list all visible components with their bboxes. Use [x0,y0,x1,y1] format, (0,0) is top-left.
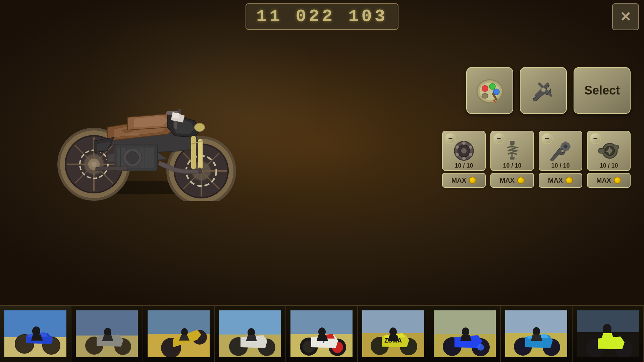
bike-display-area [27,34,262,221]
score-value: 11 022 103 [256,7,388,26]
svg-point-53 [462,157,466,160]
close-button[interactable]: ✕ [612,3,639,30]
bike-thumbnail-strip: 7 ZUMA [0,305,644,362]
max-label-turbo: MAX [596,177,611,184]
svg-rect-56 [510,141,515,145]
bike-thumb-8[interactable] [501,306,572,362]
select-label: Select [584,83,620,98]
bike-thumb-3[interactable] [143,306,215,362]
bike-thumb-2[interactable] [71,306,143,362]
upgrade-slot-engine: − 10 / 10 MAX [539,131,582,188]
upgrade-slot-brakes: − 10 / 10 MAX [442,131,486,188]
upgrade-max-brakes[interactable]: MAX [442,173,486,188]
tools-icon [529,77,558,104]
thumb-bike-4 [219,310,281,357]
upgrade-max-engine[interactable]: MAX [539,173,582,188]
svg-rect-23 [198,139,203,169]
max-label-brakes: MAX [451,177,466,184]
upgrade-icon-engine: − 10 / 10 [539,131,582,171]
select-button[interactable]: Select [574,67,631,114]
coin-icon-turbo [614,177,621,184]
brakes-level: 10 / 10 [454,162,473,169]
max-label-suspension: MAX [500,177,515,184]
upgrade-minus-turbo[interactable]: − [590,133,601,144]
svg-point-88 [181,328,188,336]
suspension-level: 10 / 10 [503,162,521,169]
coin-icon-engine [566,177,573,184]
upgrade-minus-suspension[interactable]: − [493,133,504,144]
upgrade-icon-brakes: − 10 / 10 [442,131,486,171]
score-display: 11 022 103 [246,3,398,30]
svg-point-46 [541,88,545,92]
upgrade-max-turbo[interactable]: MAX [587,173,631,188]
svg-point-33 [126,152,139,164]
upgrade-slot-turbo: − 10 / 10 MAX [587,131,631,188]
svg-point-116 [477,344,484,351]
upgrade-icon-turbo: − 10 / 10 [587,131,631,171]
upgrade-panel: − 10 / 10 MAX − [442,131,631,188]
coin-icon-suspension [517,177,525,184]
svg-rect-59 [510,157,515,160]
close-icon: ✕ [620,9,631,24]
bike-thumb-6[interactable]: ZUMA [358,306,429,362]
bike-svg [40,47,248,201]
svg-rect-64 [560,145,563,147]
svg-rect-58 [511,154,513,157]
upgrade-minus-engine[interactable]: − [541,133,553,144]
svg-point-51 [469,145,472,149]
turbo-icon [597,139,621,161]
bike-svg-container [40,47,248,208]
upgrade-icon-suspension: − 10 / 10 [490,131,534,171]
thumb-bike-5: 7 [290,310,353,357]
thumb-bike-7 [434,310,496,357]
svg-point-55 [455,145,459,149]
svg-point-127 [603,324,611,334]
engine-icon [549,139,572,161]
turbo-level: 10 / 10 [599,162,618,169]
thumb-bike-6: ZUMA [362,310,424,357]
action-buttons-panel: Select [466,67,631,114]
thumb-bike-2 [76,310,138,357]
svg-rect-65 [568,145,571,147]
svg-point-38 [482,85,488,92]
brake-disc-icon [452,139,476,161]
svg-point-61 [564,144,568,148]
svg-point-76 [32,326,40,336]
thumb-bike-9 [577,310,639,357]
upgrade-slot-suspension: − 10 / 10 MAX [490,131,534,188]
bike-thumb-5[interactable]: 7 [286,306,358,362]
svg-point-49 [461,148,467,154]
paint-button[interactable] [466,67,513,114]
max-label-engine: MAX [548,177,563,184]
svg-rect-70 [613,144,619,150]
suspension-icon [500,139,524,161]
svg-rect-62 [565,141,567,144]
thumb-bike-3 [148,310,210,357]
tools-button[interactable] [520,67,567,114]
coin-icon-brakes [469,177,476,184]
bike-thumb-1[interactable] [0,306,71,362]
upgrade-max-suspension[interactable]: MAX [490,173,534,188]
svg-rect-22 [191,136,196,169]
bike-thumb-7[interactable] [429,306,501,362]
svg-point-35 [195,123,205,131]
svg-point-52 [469,153,472,156]
svg-point-34 [198,168,202,174]
svg-point-41 [482,94,488,98]
engine-level: 10 / 10 [551,162,570,169]
svg-point-9 [91,162,97,167]
palette-icon [476,77,504,104]
bike-thumb-9[interactable] [573,306,644,362]
bike-thumb-4[interactable] [215,306,286,362]
thumb-bike-8 [505,310,567,357]
svg-rect-69 [599,148,605,153]
svg-point-39 [489,83,495,89]
svg-rect-63 [565,149,567,152]
upgrade-minus-brakes[interactable]: − [445,133,456,144]
svg-point-50 [462,141,466,145]
svg-point-54 [455,153,459,156]
thumb-bike-1 [4,310,66,357]
